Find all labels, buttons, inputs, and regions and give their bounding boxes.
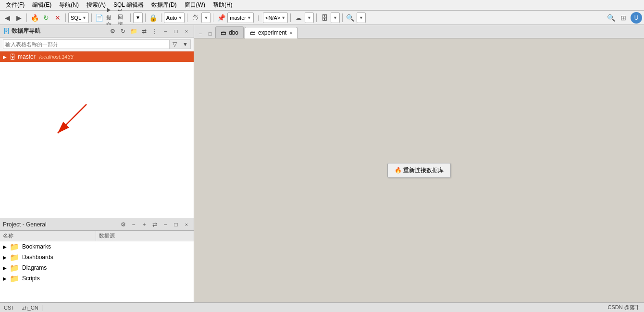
db-navigator-panel: 🗄 数据库导航 ⚙ ↻ 📁 ⇄ ⋮ − □ × ▽ ▼ ▶	[0, 25, 194, 218]
project-item-scripts[interactable]: ▶ 📁 Scripts	[0, 273, 194, 284]
timer-dropdown[interactable]: ▼	[201, 12, 211, 23]
format-dropdown[interactable]: ▼	[133, 12, 143, 23]
separator-3	[91, 13, 92, 22]
db-btn[interactable]: 🗄	[319, 12, 330, 23]
pin-btn[interactable]: 📌	[216, 12, 226, 23]
separator-6	[161, 13, 161, 22]
menu-file[interactable]: 文件(F)	[2, 0, 28, 10]
db-nav-maximize-btn[interactable]: □	[172, 27, 180, 36]
project-plus-btn[interactable]: +	[140, 220, 149, 229]
menu-window[interactable]: 窗口(W)	[181, 0, 209, 10]
db-nav-folder-btn[interactable]: 📁	[129, 27, 138, 36]
separator-1	[26, 13, 27, 22]
sql-dropdown[interactable]: SQL ▼	[68, 12, 89, 23]
tab-bar: − □ 🗃 dbo 🗃 experiment ×	[194, 25, 644, 38]
project-item-dashboards[interactable]: ▶ 📁 Dashboards	[0, 252, 194, 262]
project-tree-header: 名称 数据源	[0, 231, 194, 241]
cloud-btn[interactable]: ☁	[293, 12, 304, 23]
cloud-dropdown[interactable]: ▼	[305, 12, 314, 23]
project-minus-btn[interactable]: −	[129, 220, 138, 229]
na-arrow: ▼	[281, 15, 285, 20]
tab-experiment-close[interactable]: ×	[289, 30, 292, 36]
db-nav-dots-btn[interactable]: ⋮	[150, 27, 159, 36]
tab-experiment-icon: 🗃	[250, 30, 255, 36]
project-col-name: 名称	[0, 231, 96, 241]
status-bar: CST zh_CN | CSDN @落千	[0, 302, 644, 312]
project-settings-btn[interactable]: ⚙	[119, 220, 127, 229]
content-area: 🔥 重新连接数据库	[194, 38, 644, 302]
timer-btn[interactable]: ⏱	[190, 12, 200, 23]
stop-btn[interactable]: ✕	[52, 12, 63, 23]
rollback-btn[interactable]: ↩ 回滚	[117, 12, 128, 23]
reconnect-button[interactable]: 🔥 重新连接数据库	[387, 163, 451, 178]
master-label: master	[230, 15, 246, 21]
db-nav-nav-btn[interactable]: ↻	[119, 27, 127, 36]
db-nav-arrows-btn[interactable]: ⇄	[140, 27, 149, 36]
project-item-label-bookmarks: Bookmarks	[22, 243, 51, 250]
project-minimize-btn[interactable]: −	[161, 220, 170, 229]
auto-dropdown[interactable]: Auto ▼	[164, 12, 185, 23]
project-maximize-btn[interactable]: □	[172, 220, 180, 229]
db-dropdown[interactable]: ▼	[331, 12, 340, 23]
tab-bar-maximize-btn[interactable]: □	[206, 29, 214, 38]
separator-5	[145, 13, 146, 22]
tab-dbo-icon: 🗃	[221, 30, 226, 36]
master-arrow: ▼	[247, 15, 251, 20]
filter-btn[interactable]: ▽	[170, 39, 180, 49]
timer-arrow: ▼	[204, 15, 208, 20]
project-item-diagrams[interactable]: ▶ 📁 Diagrams	[0, 262, 194, 273]
menu-help[interactable]: 帮助(H)	[209, 0, 236, 10]
project-arrows-btn[interactable]: ⇄	[150, 220, 159, 229]
tab-experiment[interactable]: 🗃 experiment ×	[245, 27, 297, 38]
project-panel-header: Project - General ⚙ − + ⇄ − □ ×	[0, 218, 194, 231]
toolbar: ◀ ▶ 🔥 ↻ ✕ SQL ▼ 📄 ▶ 提交 ↩ 回滚 ▼ 🔒 Auto ▼	[0, 11, 644, 25]
search-right-btn[interactable]: 🔍	[606, 12, 616, 23]
db-nav-settings-btn[interactable]: ⚙	[108, 27, 117, 36]
status-watermark: CSDN @落千	[608, 304, 640, 311]
project-close-btn[interactable]: ×	[182, 220, 191, 229]
search-extra-btn[interactable]: ▼	[180, 39, 191, 49]
project-folder-icon-dashboards: 📁	[10, 253, 19, 262]
menu-search[interactable]: 搜索(A)	[83, 0, 110, 10]
search-input[interactable]	[3, 39, 170, 49]
zoom-dropdown[interactable]: ▼	[357, 12, 366, 23]
zoom-btn[interactable]: 🔍	[345, 12, 356, 23]
separator-8	[213, 13, 213, 22]
project-item-bookmarks[interactable]: ▶ 📁 Bookmarks	[0, 241, 194, 252]
db-arrow: ▼	[333, 15, 337, 20]
grid-btn[interactable]: ⊞	[618, 12, 629, 23]
na-dropdown[interactable]: <N/A> ▼	[263, 12, 288, 23]
tree-item-master[interactable]: ▶ 🗄 master localhost:1433	[0, 51, 194, 62]
db-nav-close-btn[interactable]: ×	[182, 27, 191, 36]
project-item-arrow-diagrams: ▶	[3, 265, 8, 271]
menu-database[interactable]: 数据库(D)	[148, 0, 181, 10]
menu-edit[interactable]: 编辑(E)	[28, 0, 55, 10]
tab-dbo-label: dbo	[229, 29, 238, 36]
project-col-datasource: 数据源	[96, 231, 194, 241]
master-dropdown[interactable]: master ▼	[227, 12, 254, 23]
tab-dbo[interactable]: 🗃 dbo	[215, 26, 244, 38]
new-file-btn[interactable]: 📄	[94, 12, 105, 23]
separator-11	[342, 13, 343, 22]
refresh-btn[interactable]: ↻	[41, 12, 51, 23]
flame-icon-btn[interactable]: 🔥	[29, 12, 40, 23]
project-folder-icon-scripts: 📁	[10, 274, 19, 283]
submit-btn[interactable]: ▶ 提交	[106, 12, 116, 23]
db-nav-icon: 🗄	[3, 27, 10, 35]
separator-2	[65, 13, 66, 22]
user-avatar[interactable]: U	[631, 12, 642, 24]
right-area: − □ 🗃 dbo 🗃 experiment × 🔥 重新连接数据库	[194, 25, 644, 302]
tab-bar-minimize-btn[interactable]: −	[196, 29, 205, 38]
project-item-label-diagrams: Diagrams	[22, 264, 47, 271]
db-tree-area[interactable]: ▶ 🗄 master localhost:1433	[0, 51, 194, 218]
back-button[interactable]: ◀	[2, 12, 12, 23]
lock-btn[interactable]: 🔒	[148, 12, 159, 23]
menu-bar: 文件(F) 编辑(E) 导航(N) 搜索(A) SQL 编辑器 数据库(D) 窗…	[0, 0, 644, 11]
na-label: <N/A>	[265, 15, 280, 21]
project-panel-title: Project - General	[3, 221, 117, 228]
forward-button[interactable]: ▶	[13, 12, 24, 23]
menu-navigate[interactable]: 导航(N)	[55, 0, 83, 10]
zoom-arrow: ▼	[359, 15, 363, 20]
db-nav-minimize-btn[interactable]: −	[161, 27, 170, 36]
tree-label-master: master	[18, 53, 36, 60]
